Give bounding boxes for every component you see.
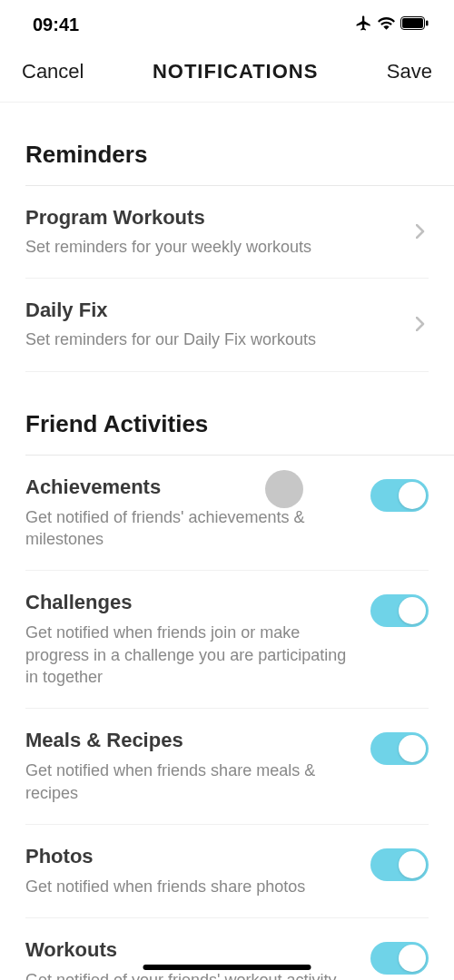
achievements-toggle[interactable] [370, 479, 429, 512]
wifi-icon [378, 16, 395, 34]
challenges-toggle[interactable] [370, 594, 429, 627]
content: Reminders Program Workouts Set reminders… [0, 141, 454, 980]
activity-text: Meals & Recipes Get notified when friend… [25, 729, 352, 804]
activity-desc: Get notified of friends' achievements & … [25, 506, 352, 551]
chevron-right-icon [412, 220, 429, 244]
reminder-daily-fix[interactable]: Daily Fix Set reminders for our Daily Fi… [25, 279, 429, 371]
save-button[interactable]: Save [387, 60, 432, 83]
activity-text: Workouts Get notified of your friends' w… [25, 938, 352, 980]
reminder-text: Daily Fix Set reminders for our Daily Fi… [25, 299, 412, 350]
reminder-desc: Set reminders for our Daily Fix workouts [25, 329, 412, 350]
activity-title: Challenges [25, 591, 352, 614]
activity-desc: Get notified when friends join or make p… [25, 622, 352, 688]
status-time: 09:41 [33, 15, 79, 35]
workouts-toggle[interactable] [370, 942, 429, 975]
chevron-right-icon [412, 313, 429, 337]
activity-title: Achievements [25, 475, 352, 499]
activity-meals-recipes: Meals & Recipes Get notified when friend… [25, 709, 429, 825]
activity-desc: Get notified when friends share meals & … [25, 760, 352, 804]
reminder-text: Program Workouts Set reminders for your … [25, 206, 412, 258]
activity-text: Photos Get notified when friends share p… [25, 845, 352, 897]
airplane-mode-icon [355, 15, 372, 35]
activity-title: Photos [25, 845, 352, 868]
svg-rect-1 [402, 18, 423, 28]
status-bar: 09:41 [0, 0, 454, 45]
activity-desc: Get notified of your friends' workout ac… [25, 969, 352, 980]
reminder-title: Daily Fix [25, 299, 412, 322]
reminders-section-title: Reminders [25, 141, 429, 169]
photos-toggle[interactable] [370, 848, 429, 881]
status-icons [355, 15, 429, 35]
activity-text: Challenges Get notified when friends joi… [25, 591, 352, 688]
activity-title: Meals & Recipes [25, 729, 352, 752]
friend-activities-section-title: Friend Activities [25, 410, 429, 438]
svg-rect-2 [426, 21, 429, 26]
reminder-program-workouts[interactable]: Program Workouts Set reminders for your … [25, 186, 429, 279]
page-title: NOTIFICATIONS [153, 60, 318, 83]
activity-text: Achievements Get notified of friends' ac… [25, 475, 352, 551]
cancel-button[interactable]: Cancel [22, 60, 84, 83]
nav-header: Cancel NOTIFICATIONS Save [0, 45, 454, 103]
activity-title: Workouts [25, 938, 352, 962]
touch-indicator [265, 470, 303, 508]
activity-photos: Photos Get notified when friends share p… [25, 825, 429, 918]
reminder-title: Program Workouts [25, 206, 412, 230]
meals-recipes-toggle[interactable] [370, 732, 429, 765]
battery-icon [400, 16, 429, 34]
activity-workouts: Workouts Get notified of your friends' w… [25, 918, 429, 980]
home-indicator[interactable] [143, 965, 311, 970]
activity-challenges: Challenges Get notified when friends joi… [25, 571, 429, 709]
activity-achievements: Achievements Get notified of friends' ac… [25, 456, 429, 572]
reminder-desc: Set reminders for your weekly workouts [25, 237, 412, 258]
activity-desc: Get notified when friends share photos [25, 876, 352, 897]
